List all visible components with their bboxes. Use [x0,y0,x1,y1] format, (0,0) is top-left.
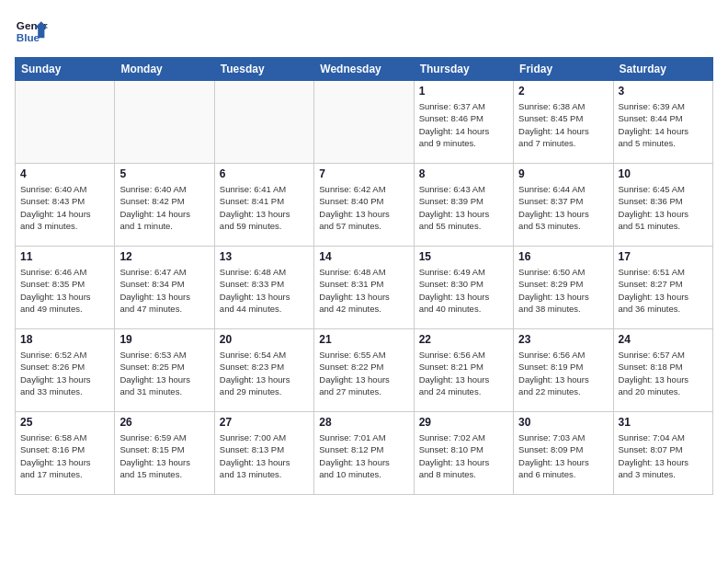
calendar-week-row: 4Sunrise: 6:40 AM Sunset: 8:43 PM Daylig… [16,164,713,247]
weekday-header-cell: Tuesday [214,58,313,81]
calendar-day-cell: 6Sunrise: 6:41 AM Sunset: 8:41 PM Daylig… [214,164,313,247]
day-info: Sunrise: 6:39 AM Sunset: 8:44 PM Dayligh… [619,100,708,149]
calendar-day-cell: 1Sunrise: 6:37 AM Sunset: 8:46 PM Daylig… [414,81,513,164]
calendar-day-cell: 29Sunrise: 7:02 AM Sunset: 8:10 PM Dayli… [414,412,513,495]
day-number: 27 [220,416,309,429]
weekday-header-cell: Wednesday [314,58,414,81]
day-number: 17 [619,250,708,263]
svg-text:Blue: Blue [17,31,40,43]
calendar-day-cell: 8Sunrise: 6:43 AM Sunset: 8:39 PM Daylig… [414,164,513,247]
day-info: Sunrise: 6:48 AM Sunset: 8:33 PM Dayligh… [220,266,309,315]
day-number: 3 [619,85,708,98]
day-info: Sunrise: 6:48 AM Sunset: 8:31 PM Dayligh… [319,266,408,315]
calendar-day-cell: 18Sunrise: 6:52 AM Sunset: 8:26 PM Dayli… [16,329,115,412]
day-info: Sunrise: 6:56 AM Sunset: 8:21 PM Dayligh… [419,349,508,397]
day-number: 14 [319,250,408,263]
day-number: 19 [119,333,209,346]
calendar-day-cell: 4Sunrise: 6:40 AM Sunset: 8:43 PM Daylig… [16,164,115,247]
calendar-week-row: 1Sunrise: 6:37 AM Sunset: 8:46 PM Daylig… [16,81,713,164]
calendar-week-row: 25Sunrise: 6:58 AM Sunset: 8:16 PM Dayli… [16,412,713,495]
calendar-day-cell [314,81,414,164]
day-info: Sunrise: 7:02 AM Sunset: 8:10 PM Dayligh… [419,431,508,480]
day-number: 18 [20,333,109,346]
calendar-day-cell: 26Sunrise: 6:59 AM Sunset: 8:15 PM Dayli… [115,412,214,495]
day-number: 8 [419,167,508,180]
calendar-day-cell: 9Sunrise: 6:44 AM Sunset: 8:37 PM Daylig… [514,164,613,247]
day-info: Sunrise: 6:56 AM Sunset: 8:19 PM Dayligh… [518,349,608,397]
calendar-day-cell: 27Sunrise: 7:00 AM Sunset: 8:13 PM Dayli… [214,412,313,495]
calendar-day-cell: 21Sunrise: 6:55 AM Sunset: 8:22 PM Dayli… [314,329,414,412]
calendar-day-cell: 20Sunrise: 6:54 AM Sunset: 8:23 PM Dayli… [214,329,313,412]
calendar-table: SundayMondayTuesdayWednesdayThursdayFrid… [15,57,713,495]
day-info: Sunrise: 6:52 AM Sunset: 8:26 PM Dayligh… [20,349,109,397]
weekday-header-cell: Sunday [16,58,115,81]
day-number: 25 [20,416,109,429]
calendar-day-cell: 16Sunrise: 6:50 AM Sunset: 8:29 PM Dayli… [514,247,613,329]
day-number: 31 [619,416,708,429]
day-info: Sunrise: 6:43 AM Sunset: 8:39 PM Dayligh… [419,183,508,232]
day-number: 15 [419,250,508,263]
day-number: 11 [20,250,109,263]
day-info: Sunrise: 6:49 AM Sunset: 8:30 PM Dayligh… [419,266,508,315]
day-number: 22 [419,333,508,346]
weekday-header-row: SundayMondayTuesdayWednesdayThursdayFrid… [16,58,713,81]
day-info: Sunrise: 6:38 AM Sunset: 8:45 PM Dayligh… [518,100,608,149]
day-info: Sunrise: 6:50 AM Sunset: 8:29 PM Dayligh… [518,266,608,315]
calendar-week-row: 18Sunrise: 6:52 AM Sunset: 8:26 PM Dayli… [16,329,713,412]
day-number: 2 [518,85,608,98]
calendar-day-cell [16,81,115,164]
weekday-header-cell: Monday [115,58,214,81]
calendar-day-cell: 22Sunrise: 6:56 AM Sunset: 8:21 PM Dayli… [414,329,513,412]
calendar-day-cell: 12Sunrise: 6:47 AM Sunset: 8:34 PM Dayli… [115,247,214,329]
day-info: Sunrise: 6:59 AM Sunset: 8:15 PM Dayligh… [119,431,209,480]
calendar-day-cell: 11Sunrise: 6:46 AM Sunset: 8:35 PM Dayli… [16,247,115,329]
day-number: 28 [319,416,408,429]
day-info: Sunrise: 6:37 AM Sunset: 8:46 PM Dayligh… [419,100,508,149]
calendar-body: 1Sunrise: 6:37 AM Sunset: 8:46 PM Daylig… [16,81,713,495]
calendar-day-cell: 23Sunrise: 6:56 AM Sunset: 8:19 PM Dayli… [514,329,613,412]
page-header: General Blue [15,15,713,48]
calendar-day-cell: 15Sunrise: 6:49 AM Sunset: 8:30 PM Dayli… [414,247,513,329]
calendar-day-cell: 17Sunrise: 6:51 AM Sunset: 8:27 PM Dayli… [613,247,712,329]
day-info: Sunrise: 7:01 AM Sunset: 8:12 PM Dayligh… [319,431,408,480]
day-number: 20 [220,333,309,346]
weekday-header-cell: Saturday [613,58,712,81]
day-number: 21 [319,333,408,346]
calendar-day-cell: 2Sunrise: 6:38 AM Sunset: 8:45 PM Daylig… [514,81,613,164]
calendar-day-cell: 5Sunrise: 6:40 AM Sunset: 8:42 PM Daylig… [115,164,214,247]
day-number: 1 [419,85,508,98]
day-number: 24 [619,333,708,346]
day-info: Sunrise: 6:40 AM Sunset: 8:43 PM Dayligh… [20,183,109,232]
day-info: Sunrise: 6:54 AM Sunset: 8:23 PM Dayligh… [220,349,309,397]
day-number: 12 [119,250,209,263]
day-number: 30 [518,416,608,429]
day-info: Sunrise: 6:41 AM Sunset: 8:41 PM Dayligh… [220,183,309,232]
day-info: Sunrise: 6:58 AM Sunset: 8:16 PM Dayligh… [20,431,109,480]
day-number: 23 [518,333,608,346]
day-info: Sunrise: 7:03 AM Sunset: 8:09 PM Dayligh… [518,431,608,480]
day-number: 10 [619,167,708,180]
logo: General Blue [15,15,48,48]
day-info: Sunrise: 6:44 AM Sunset: 8:37 PM Dayligh… [518,183,608,232]
day-info: Sunrise: 6:47 AM Sunset: 8:34 PM Dayligh… [119,266,209,315]
calendar-day-cell: 14Sunrise: 6:48 AM Sunset: 8:31 PM Dayli… [314,247,414,329]
day-info: Sunrise: 6:57 AM Sunset: 8:18 PM Dayligh… [619,349,708,397]
day-number: 16 [518,250,608,263]
weekday-header-cell: Thursday [414,58,513,81]
day-number: 6 [220,167,309,180]
day-info: Sunrise: 6:53 AM Sunset: 8:25 PM Dayligh… [119,349,209,397]
calendar-day-cell: 13Sunrise: 6:48 AM Sunset: 8:33 PM Dayli… [214,247,313,329]
day-number: 13 [220,250,309,263]
weekday-header-cell: Friday [514,58,613,81]
calendar-day-cell: 30Sunrise: 7:03 AM Sunset: 8:09 PM Dayli… [514,412,613,495]
calendar-day-cell [214,81,313,164]
day-number: 7 [319,167,408,180]
calendar-day-cell: 10Sunrise: 6:45 AM Sunset: 8:36 PM Dayli… [613,164,712,247]
day-number: 5 [119,167,209,180]
calendar-day-cell [115,81,214,164]
calendar-day-cell: 7Sunrise: 6:42 AM Sunset: 8:40 PM Daylig… [314,164,414,247]
day-number: 26 [119,416,209,429]
calendar-day-cell: 31Sunrise: 7:04 AM Sunset: 8:07 PM Dayli… [613,412,712,495]
calendar-day-cell: 24Sunrise: 6:57 AM Sunset: 8:18 PM Dayli… [613,329,712,412]
day-info: Sunrise: 6:45 AM Sunset: 8:36 PM Dayligh… [619,183,708,232]
